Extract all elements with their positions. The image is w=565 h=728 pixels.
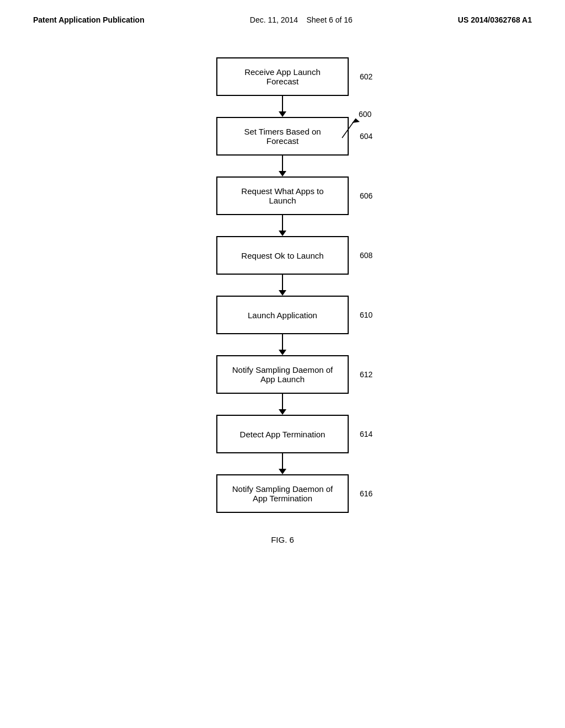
header-date-sheet: Dec. 11, 2014 Sheet 6 of 16	[250, 15, 353, 24]
step-612-row: Notify Sampling Daemon ofApp Launch 612	[216, 355, 349, 394]
svg-text:600: 600	[359, 110, 372, 119]
arrow-head	[279, 231, 286, 236]
step-602-id: 602	[360, 72, 372, 81]
arrow-head	[279, 409, 286, 415]
step-612-id: 612	[360, 370, 372, 379]
arrow-604-606	[216, 156, 349, 176]
step-606-id: 606	[360, 191, 372, 200]
arrow-head	[279, 350, 286, 355]
step-604-label: Set Timers Based onForecast	[244, 127, 321, 146]
step-614-row: Detect App Termination 614	[216, 415, 349, 453]
arrow-head	[279, 290, 286, 296]
step-616-box: Notify Sampling Daemon ofApp Termination	[216, 474, 349, 513]
step-616-label: Notify Sampling Daemon ofApp Termination	[232, 484, 333, 503]
arrow-line	[282, 453, 283, 469]
header-patent: US 2014/0362768 A1	[458, 15, 532, 24]
arrow-610-612	[216, 334, 349, 355]
svg-marker-1	[352, 119, 360, 123]
arrow-line	[282, 96, 283, 111]
step-612-label: Notify Sampling Daemon ofApp Launch	[232, 365, 333, 384]
arrow-608-610	[216, 275, 349, 296]
step-610-row: Launch Application 610	[216, 296, 349, 334]
step-612-box: Notify Sampling Daemon ofApp Launch	[216, 355, 349, 394]
step-608-row: Request Ok to Launch 608	[216, 236, 349, 275]
step-614-label: Detect App Termination	[240, 430, 326, 439]
figure-caption: FIG. 6	[271, 535, 294, 544]
arrow-line	[282, 156, 283, 171]
arrow-line	[282, 334, 283, 350]
step-608-box: Request Ok to Launch	[216, 236, 349, 275]
step-610-label: Launch Application	[248, 311, 317, 320]
arrow-head	[279, 469, 286, 474]
step-610-box: Launch Application	[216, 296, 349, 334]
step-602-row: Receive App LaunchForecast 602	[216, 57, 349, 96]
header-left: Patent Application Publication	[33, 15, 145, 24]
diagram-600-annotation: 600	[326, 108, 375, 141]
step-606-row: Request What Apps toLaunch 606	[216, 176, 349, 215]
step-614-box: Detect App Termination	[216, 415, 349, 453]
page-header: Patent Application Publication Dec. 11, …	[0, 0, 565, 24]
step-602-box: Receive App LaunchForecast	[216, 57, 349, 96]
arrow-612-614	[216, 394, 349, 415]
step-616-id: 616	[360, 489, 372, 498]
arrow-head	[279, 171, 286, 176]
arrow-head	[279, 111, 286, 117]
step-602-label: Receive App LaunchForecast	[244, 67, 321, 86]
step-608-label: Request Ok to Launch	[241, 251, 323, 260]
flowchart-diagram: Receive App LaunchForecast 602 Set Timer…	[0, 57, 565, 544]
arrow-614-616	[216, 453, 349, 474]
step-608-id: 608	[360, 251, 372, 260]
arrow-line	[282, 394, 283, 409]
arrow-line	[282, 275, 283, 290]
step-606-label: Request What Apps toLaunch	[241, 186, 323, 205]
arrow-606-608	[216, 215, 349, 236]
step-610-id: 610	[360, 311, 372, 319]
step-616-row: Notify Sampling Daemon ofApp Termination…	[216, 474, 349, 513]
step-614-id: 614	[360, 430, 372, 438]
arrow-line	[282, 215, 283, 231]
step-606-box: Request What Apps toLaunch	[216, 176, 349, 215]
